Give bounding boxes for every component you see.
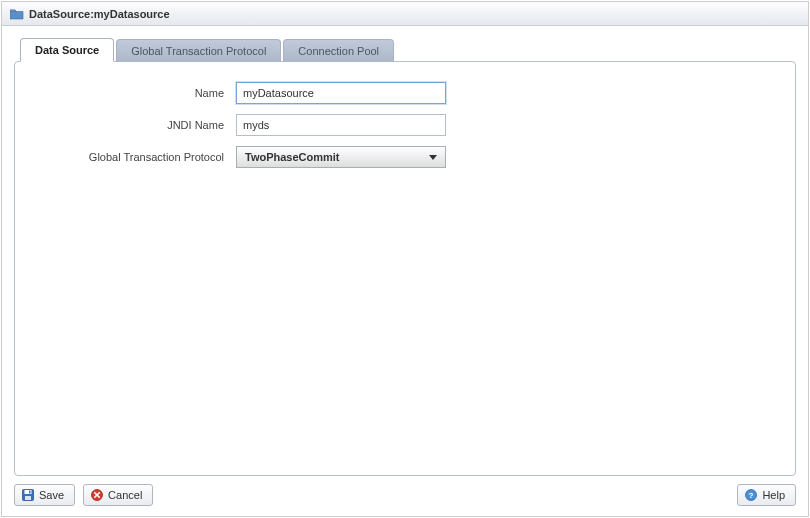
tab-global-transaction-protocol[interactable]: Global Transaction Protocol xyxy=(116,39,281,62)
cancel-button[interactable]: Cancel xyxy=(83,484,153,506)
name-field[interactable] xyxy=(236,82,446,104)
svg-text:?: ? xyxy=(749,491,754,500)
jndi-name-field[interactable] xyxy=(236,114,446,136)
label-name: Name xyxy=(31,87,236,99)
global-transaction-protocol-select[interactable]: TwoPhaseCommit xyxy=(236,146,446,168)
tab-connection-pool[interactable]: Connection Pool xyxy=(283,39,394,62)
button-label: Help xyxy=(762,489,785,501)
bottom-bar: Save Cancel ? Help xyxy=(2,476,808,516)
button-label: Save xyxy=(39,489,64,501)
help-icon: ? xyxy=(744,488,758,502)
svg-rect-3 xyxy=(29,491,31,494)
tab-label: Global Transaction Protocol xyxy=(131,45,266,57)
folder-icon xyxy=(10,8,24,20)
svg-rect-2 xyxy=(25,496,31,500)
tab-data-source[interactable]: Data Source xyxy=(20,38,114,62)
button-group-left: Save Cancel xyxy=(14,484,153,506)
tab-label: Connection Pool xyxy=(298,45,379,57)
row-jndi: JNDI Name xyxy=(31,114,779,136)
save-icon xyxy=(21,488,35,502)
window-frame: DataSource:myDatasource Data Source Glob… xyxy=(1,1,809,517)
tab-strip: Data Source Global Transaction Protocol … xyxy=(14,38,796,62)
row-protocol: Global Transaction Protocol TwoPhaseComm… xyxy=(31,146,779,168)
titlebar: DataSource:myDatasource xyxy=(2,2,808,26)
label-jndi: JNDI Name xyxy=(31,119,236,131)
content-area: Data Source Global Transaction Protocol … xyxy=(2,26,808,476)
tab-label: Data Source xyxy=(35,44,99,56)
form-panel: Name JNDI Name Global Transaction Protoc… xyxy=(14,61,796,476)
save-button[interactable]: Save xyxy=(14,484,75,506)
select-value: TwoPhaseCommit xyxy=(245,151,340,163)
row-name: Name xyxy=(31,82,779,104)
button-label: Cancel xyxy=(108,489,142,501)
label-protocol: Global Transaction Protocol xyxy=(31,151,236,163)
cancel-icon xyxy=(90,488,104,502)
help-button[interactable]: ? Help xyxy=(737,484,796,506)
chevron-down-icon xyxy=(429,155,437,160)
window-title: DataSource:myDatasource xyxy=(29,8,170,20)
